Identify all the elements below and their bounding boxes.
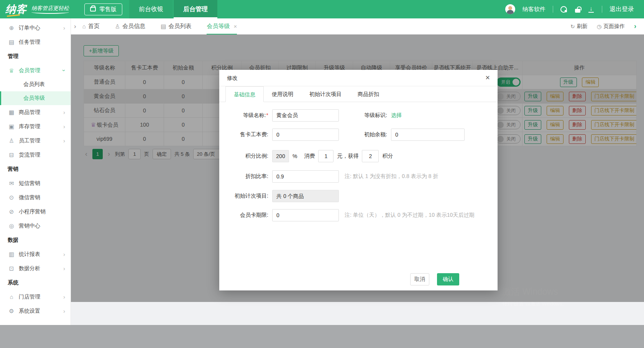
initial-balance-label: 初始余额:	[354, 131, 391, 138]
envelope-icon: ✉	[8, 180, 15, 187]
avatar[interactable]	[505, 4, 515, 14]
sidebar-item-staff-management[interactable]: ♙ 员工管理 ›	[0, 134, 71, 148]
badge-select-link[interactable]: 选择	[391, 112, 402, 119]
divider	[553, 6, 553, 13]
initial-count-items-label: 初始计次项目:	[222, 193, 272, 200]
sidebar-item-miniprogram-marketing[interactable]: ⊘ 小程序营销	[0, 205, 71, 219]
desktop-background-strip	[0, 325, 644, 348]
gear-icon: ⚙	[8, 308, 15, 315]
sidebar-item-statistic-reports[interactable]: ▥ 统计报表 ›	[0, 247, 71, 261]
consume-amount-input[interactable]	[318, 150, 334, 162]
sidebar: ⊕ 订单中心 › ▤ 任务管理 管理 ♕ 会员管理 › 会员列表 会员等级 ▦ …	[0, 18, 71, 325]
chevron-right-icon: ›	[63, 294, 65, 300]
header-right: 纳客软件 ↓ 退出登录	[505, 4, 644, 14]
nav-front-cashier[interactable]: 前台收银	[129, 0, 173, 18]
chevron-right-icon: ›	[63, 25, 65, 31]
chevron-down-icon: ›	[61, 69, 67, 71]
sidebar-item-stock-management[interactable]: ▣ 库存管理 ›	[0, 119, 71, 134]
level-name-input[interactable]	[272, 109, 339, 122]
home-icon: ⌂	[82, 23, 86, 30]
tab-member-info[interactable]: ♙ 会员信息	[115, 18, 145, 35]
sidebar-item-member-management[interactable]: ♕ 会员管理 ›	[0, 63, 71, 78]
chevron-right-icon: ›	[63, 308, 65, 314]
sidebar-section-data: 数据	[0, 233, 71, 247]
sidebar-item-system-settings[interactable]: ⚙ 系统设置 ›	[0, 304, 71, 318]
person-icon: ♙	[8, 137, 15, 144]
close-icon[interactable]: ×	[233, 23, 237, 30]
sidebar-item-goods-management[interactable]: ▦ 商品管理 ›	[0, 105, 71, 119]
chevron-right-icon: ›	[63, 265, 65, 272]
card-fee-input[interactable]	[272, 129, 339, 141]
top-header: 纳客 纳客管店更轻松 零售版 前台收银 后台管理 纳客软件 ↓ 退出登录	[0, 0, 644, 18]
cancel-button[interactable]: 取消	[410, 273, 429, 285]
close-icon[interactable]: ×	[485, 74, 490, 81]
goods-icon: ▦	[8, 109, 15, 116]
chevron-right-icon: ›	[63, 123, 65, 130]
tasks-icon: ▤	[8, 39, 15, 46]
tab-usage-notes[interactable]: 使用说明	[264, 86, 301, 102]
download-icon[interactable]: ↓	[588, 6, 595, 13]
tab-member-list[interactable]: ▤ 会员列表	[161, 18, 191, 35]
sidebar-item-member-list[interactable]: 会员列表	[0, 78, 71, 91]
card-term-label: 会员卡期限:	[222, 212, 272, 219]
sidebar-item-store-management[interactable]: ⌂ 门店管理 ›	[0, 290, 71, 304]
crown-icon: ♕	[8, 67, 15, 74]
modal-tabs: 基础信息 使用说明 初始计次项目 商品折扣	[219, 86, 498, 102]
card-term-input[interactable]	[272, 209, 339, 221]
discount-rate-input[interactable]	[272, 170, 339, 183]
app-root: 纳客 纳客管店更轻松 零售版 前台收银 后台管理 纳客软件 ↓ 退出登录 ⊕ 订…	[0, 0, 644, 325]
discount-note: 注: 默认 1 为没有折扣，0.8 表示为 8 折	[345, 173, 438, 180]
brand-slogan: 纳客管店更轻松	[31, 5, 69, 14]
tab-member-level[interactable]: 会员等级 ×	[207, 18, 237, 35]
required-mark: *	[266, 112, 268, 118]
sidebar-item-data-analysis[interactable]: ⊡ 数据分析 ›	[0, 261, 71, 275]
sidebar-section-marketing: 营销	[0, 162, 71, 176]
nav-backend-admin[interactable]: 后台管理	[174, 0, 217, 18]
sidebar-item-logistics-management[interactable]: ⊟ 货流管理	[0, 148, 71, 162]
stock-icon: ▣	[8, 123, 15, 130]
header-nav: 前台收银 后台管理	[129, 0, 217, 18]
sidebar-collapse-icon[interactable]: ›	[74, 23, 76, 30]
sidebar-item-sms-marketing[interactable]: ✉ 短信营销	[0, 176, 71, 190]
wechat-icon: ⊙	[8, 194, 15, 201]
page-actions-button[interactable]: ◷ 页面操作	[597, 23, 625, 30]
tab-home[interactable]: ⌂ 首页	[82, 18, 100, 35]
tab-initial-count-items[interactable]: 初始计次项目	[301, 86, 350, 102]
confirm-button[interactable]: 确认	[437, 273, 459, 285]
shopping-bag-icon	[90, 7, 96, 12]
target-icon: ◎	[8, 223, 15, 229]
refresh-button[interactable]: ↻ 刷新	[570, 23, 588, 30]
discount-rate-label: 折扣比率:	[222, 173, 272, 180]
modal-title: 修改	[219, 70, 498, 86]
tabbar-actions: ↻ 刷新 ◷ 页面操作 ›	[570, 22, 636, 30]
level-name-label: 等级名称:*	[222, 112, 272, 119]
chevron-right-icon: ›	[63, 109, 65, 115]
percent-label: %	[292, 153, 297, 159]
tab-bar: › ⌂ 首页 ♙ 会员信息 ▤ 会员列表 会员等级 × ↻ 刷新 ◷ 页面操作 …	[71, 18, 644, 35]
user-name: 纳客软件	[522, 6, 545, 13]
person-icon: ♙	[115, 23, 120, 30]
initial-count-items-value[interactable]: 共 0 个商品	[272, 190, 339, 202]
truck-icon: ⊟	[8, 152, 15, 158]
brand-logo: 纳客	[5, 2, 27, 16]
chevron-right-icon[interactable]: ›	[634, 22, 636, 30]
sidebar-item-marketing-center[interactable]: ◎ 营销中心	[0, 219, 71, 233]
support-icon[interactable]	[560, 6, 567, 13]
modal-footer: 取消 确认	[410, 273, 459, 285]
points-ratio-input[interactable]	[272, 150, 289, 162]
edition-badge[interactable]: 零售版	[84, 3, 122, 15]
logout-button[interactable]: 退出登录	[610, 5, 634, 13]
modal-body: 等级名称:* 等级标识: 选择 售卡工本费: 初始余额: 积分比例: % 消费 …	[219, 102, 498, 221]
sidebar-item-order-center[interactable]: ⊕ 订单中心 ›	[0, 21, 71, 35]
sidebar-item-task-management[interactable]: ▤ 任务管理	[0, 35, 71, 49]
card-term-note: 注: 单位（天），默认 0 为不过期，10 表示10天后过期	[345, 212, 474, 219]
gain-points-input[interactable]	[362, 150, 379, 162]
lock-icon[interactable]	[575, 9, 580, 13]
sidebar-item-wechat-marketing[interactable]: ⊙ 微信营销	[0, 190, 71, 205]
tab-basic-info[interactable]: 基础信息	[225, 86, 264, 102]
card-fee-label: 售卡工本费:	[222, 131, 272, 138]
sidebar-item-member-level[interactable]: 会员等级	[0, 91, 71, 105]
initial-balance-input[interactable]	[391, 129, 465, 141]
level-badge-label: 等级标识:	[354, 112, 391, 119]
tab-goods-discount[interactable]: 商品折扣	[350, 86, 387, 102]
